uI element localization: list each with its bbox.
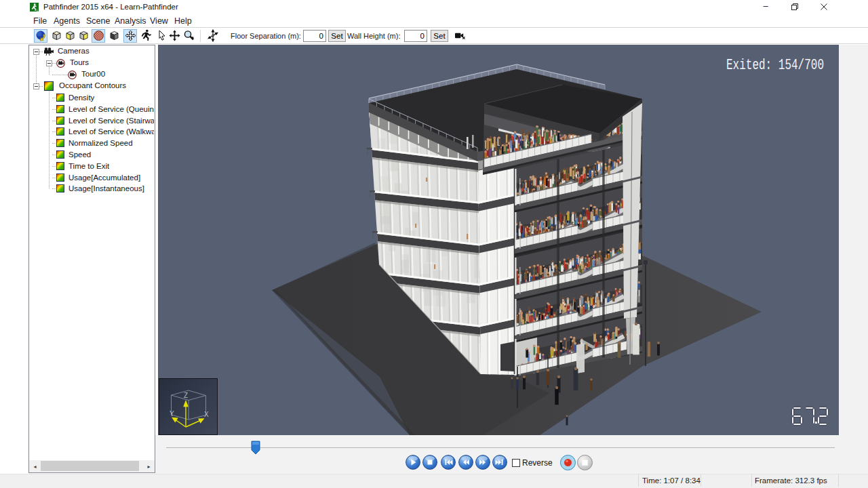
svg-text:Z: Z <box>184 392 188 399</box>
svg-text:Exited: 154/700: Exited: 154/700 <box>726 57 824 75</box>
svg-text:X: X <box>204 411 209 418</box>
svg-text:Y: Y <box>170 410 174 418</box>
